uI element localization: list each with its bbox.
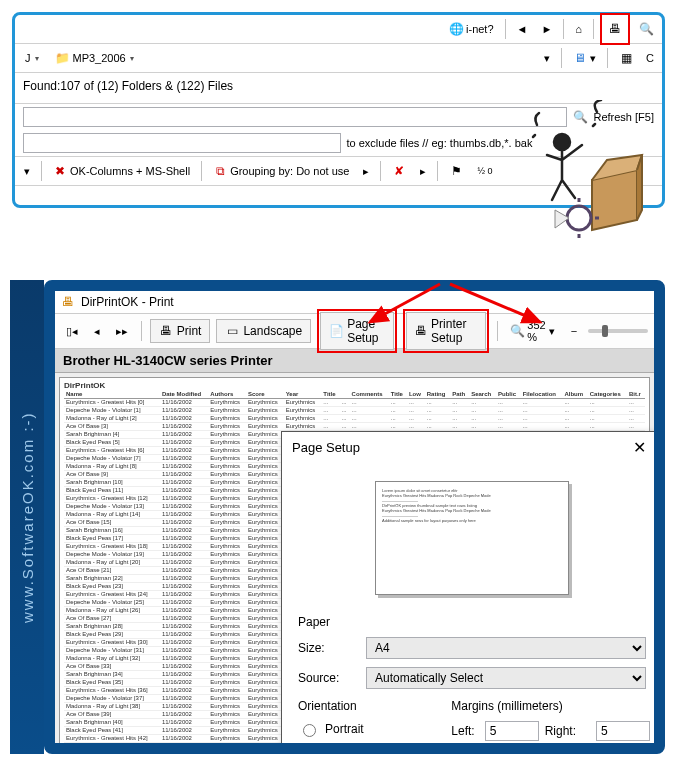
page-setup-button[interactable]: 📄Page Setup: [320, 312, 394, 350]
found-status: Found:107 of (12) Folders & (122) Files: [15, 73, 662, 99]
globe-icon: 🌐: [449, 22, 463, 36]
folder-icon: 📁: [55, 51, 69, 65]
landscape-button[interactable]: ▭Landscape: [216, 319, 311, 343]
search-icon-button[interactable]: 🔍: [634, 16, 658, 42]
page-first[interactable]: ▯◂: [61, 318, 83, 344]
portrait-radio[interactable]: [303, 724, 316, 737]
tool-btn-5[interactable]: ½ 0: [472, 158, 497, 184]
print-window-title: DirPrintOK - Print: [81, 295, 174, 309]
dialog-title: Page Setup: [292, 440, 360, 455]
source-label: Source:: [298, 671, 358, 685]
columns-icon: ✖: [53, 164, 67, 178]
page-setup-dialog: Page Setup ✕ Lorem ipsum dolor sit amet …: [281, 431, 654, 743]
page-setup-highlight: 📄Page Setup: [317, 309, 397, 353]
path-bar: J 📁MP3_2006 ▾ 🖥▾ ▦ C: [15, 44, 662, 73]
landscape-icon: ▭: [225, 324, 239, 338]
folder-dropdown[interactable]: 📁MP3_2006: [49, 50, 140, 66]
filter-input[interactable]: [23, 107, 567, 127]
printer-icon: 🖶: [159, 324, 173, 338]
exclude-input[interactable]: [23, 133, 341, 153]
tool-btn-1[interactable]: ▾: [19, 158, 35, 184]
view-button[interactable]: ▦: [614, 45, 638, 71]
print-button[interactable]: 🖶Print: [150, 319, 211, 343]
nav-fwd[interactable]: ►: [536, 16, 557, 42]
close-button[interactable]: ✕: [627, 438, 652, 457]
margin-left-input[interactable]: [485, 721, 539, 741]
print-highlight: 🖶: [600, 13, 630, 45]
print-icon-button[interactable]: 🖶: [603, 16, 627, 42]
watermark: www.SoftwareOK.com :-): [10, 280, 44, 754]
zoom-icon: 🔍: [510, 324, 524, 338]
zoom-dropdown[interactable]: 🔍352 % ▾: [505, 318, 559, 344]
c-label: C: [642, 52, 658, 64]
svg-point-1: [567, 206, 591, 230]
source-select[interactable]: Automatically Select: [366, 667, 646, 689]
page-setup-icon: 📄: [329, 324, 343, 338]
inet-button[interactable]: 🌐i-net?: [444, 16, 499, 42]
flag-icon: ⚑: [449, 164, 463, 178]
paper-group-label: Paper: [298, 615, 646, 629]
search-icon: 🔍: [639, 22, 653, 36]
grouping-button[interactable]: ⧉Grouping by: Do not use: [208, 158, 354, 184]
margin-right-input[interactable]: [596, 721, 650, 741]
group-icon: ⧉: [213, 164, 227, 178]
delete-button[interactable]: ✘: [387, 158, 411, 184]
page-thumbnail: Lorem ipsum dolor sit amet consetetur el…: [375, 481, 569, 595]
monitor-button[interactable]: 🖥▾: [568, 45, 601, 71]
orientation-label: Orientation: [298, 699, 435, 713]
print-toolbar: ▯◂ ◂ ▸▸ 🖶Print ▭Landscape 📄Page Setup 🖶P…: [55, 313, 654, 349]
print-preview-panel: 🖶 DirPrintOK - Print ▯◂ ◂ ▸▸ 🖶Print ▭Lan…: [44, 280, 665, 754]
app-icon: 🖶: [61, 295, 75, 309]
size-label: Size:: [298, 641, 358, 655]
margins-label: Margins (millimeters): [451, 699, 646, 713]
doodle-illustration: [507, 100, 647, 240]
tool-btn-3[interactable]: ▸: [415, 158, 431, 184]
toolbar-top: 🌐i-net? ◄ ► ⌂ 🖶 🔍: [15, 15, 662, 44]
nav-home[interactable]: ⌂: [570, 16, 587, 42]
printer-setup-button[interactable]: 🖶Printer Setup: [406, 312, 485, 350]
nav-back[interactable]: ◄: [512, 16, 533, 42]
tool-btn-4[interactable]: ⚑: [444, 158, 468, 184]
monitor-icon: 🖥: [573, 51, 587, 65]
zoom-out[interactable]: −: [566, 318, 582, 344]
printer-setup-icon: 🖶: [415, 324, 427, 338]
tool-btn-2[interactable]: ▸: [358, 158, 374, 184]
printer-setup-highlight: 🖶Printer Setup: [403, 309, 488, 353]
view-icon: ▦: [619, 51, 633, 65]
page-prev[interactable]: ◂: [89, 318, 105, 344]
path-dd[interactable]: ▾: [539, 45, 555, 71]
svg-point-0: [554, 134, 570, 150]
delete-icon: ✘: [392, 164, 406, 178]
zoom-slider[interactable]: [588, 329, 648, 333]
size-select[interactable]: A4: [366, 637, 646, 659]
ok-columns-button[interactable]: ✖OK-Columns + MS-Shell: [48, 158, 195, 184]
drive-dropdown[interactable]: J: [19, 51, 45, 65]
page-next[interactable]: ▸▸: [111, 318, 133, 344]
printer-icon: 🖶: [608, 22, 622, 36]
